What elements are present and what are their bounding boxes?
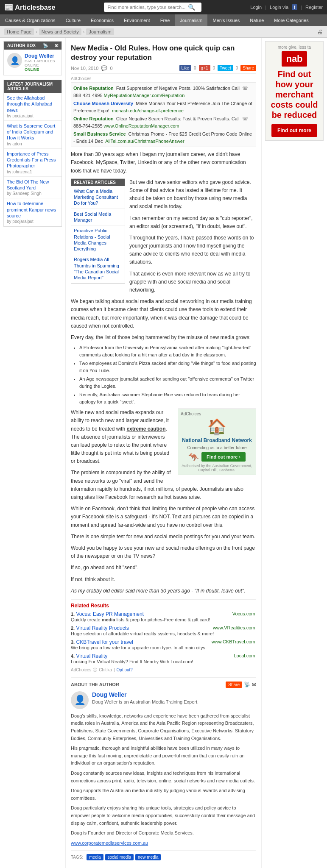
comments-count: 0 (110, 66, 112, 71)
nav-environment[interactable]: Environment (119, 14, 155, 26)
ra-link-3[interactable]: Proactive Public Relations - Social Medi… (74, 228, 122, 252)
nav-more[interactable]: More Categories (269, 14, 313, 26)
rr-link-3[interactable]: CKBTravel for your travel (76, 639, 133, 645)
like-button[interactable]: Like (179, 65, 191, 71)
search-input[interactable] (107, 5, 188, 10)
la-item-4: The Bid Of The New Scotland Yard by Sand… (4, 177, 61, 199)
tag-social-media[interactable]: social media (105, 854, 134, 860)
rr-link-4[interactable]: Virtual Reality (76, 653, 108, 659)
rss-icon-author[interactable]: 📡 (244, 682, 250, 687)
tag-media[interactable]: media (87, 854, 103, 860)
author-avatar: 👤 (7, 53, 22, 68)
login-link[interactable]: Login (250, 5, 262, 10)
envelope-icon[interactable]: ✉ (55, 43, 58, 48)
ad-2-url[interactable]: monash.edu/change-of-preference (112, 108, 184, 113)
breadcrumb-home[interactable]: Home Page (4, 28, 34, 35)
print-icon[interactable]: 🖨 (317, 28, 323, 35)
body-para13: As my crabby old editor said more than 3… (71, 587, 256, 595)
la-link-5[interactable]: How to determine prominent Kanpur news s… (7, 200, 59, 219)
la-author-3: by johnzena1 (7, 170, 59, 174)
nav-mens-issues[interactable]: Men's Issues (207, 14, 245, 26)
rr-desc-1: Quickly create media lists & prep for pi… (71, 617, 256, 622)
main-navigation: Causes & Organizations Culture Economics… (0, 14, 327, 26)
facebook-login-icon[interactable]: f (292, 4, 297, 10)
rr-item-3: 3. CKBTravel for your travel www.CKBTrav… (71, 639, 256, 650)
ad-choices-icon[interactable]: ⓘ (93, 667, 97, 673)
nbn-ad-text: AdChoices (181, 412, 253, 416)
left-sidebar: AUTHOR BOX 📡 ✉ 👤 Doug Weller HAS 1 ARTIC… (0, 38, 66, 868)
envelope-icon-author[interactable]: ✉ (252, 682, 256, 687)
tweet-button[interactable]: Tweet (218, 65, 233, 71)
gplus-button[interactable]: g+1 (199, 65, 210, 71)
latest-articles-header: LATEST JOURNALISM ARTICLES (4, 80, 61, 93)
register-link[interactable]: Register (305, 5, 323, 10)
nav-economics[interactable]: Economics (86, 14, 119, 26)
breadcrumb-news[interactable]: News and Society (39, 28, 81, 35)
breadcrumb-journalism[interactable]: Journalism (86, 28, 114, 35)
ra-link-2[interactable]: Best Social Media Manager (74, 211, 122, 223)
related-results-header: Related Results (71, 603, 256, 609)
ra-link-4[interactable]: Rogers Media All-Thumbs in Spamming "The… (74, 256, 122, 281)
author-box-header: AUTHOR BOX 📡 ✉ (4, 42, 61, 50)
author-bio: Doug's skills, knowledge, networks and e… (71, 712, 256, 847)
nbn-connecting: Connecting us to a better future (181, 445, 253, 450)
tag-new-media[interactable]: new media (135, 854, 161, 860)
nav-causes[interactable]: Causes & Organizations (0, 14, 61, 26)
chitika-label: Chitika (99, 668, 112, 672)
nav-nature[interactable]: Nature (245, 14, 269, 26)
about-author-label: ABOUT THE AUTHOR (71, 682, 119, 687)
author-articles-count: HAS 1 ARTICLES ONLINE (25, 59, 58, 67)
nbn-house-icon: 🏠 (181, 418, 253, 436)
ad-1-title[interactable]: Online Reputation (73, 86, 114, 91)
la-author-5: by poojaraiput (7, 219, 59, 224)
article-date: Nov 10, 2010 (71, 66, 98, 71)
ad-3-title[interactable]: Online Reputation (73, 116, 114, 121)
ad-4-url[interactable]: AllTel.com.au/ChristmasPhoneAnswer (105, 139, 184, 144)
rr-desc-3: We bring you a low rate for a upgrade ro… (71, 645, 256, 650)
share-button-author[interactable]: Share (226, 682, 242, 688)
latest-articles-box: LATEST JOURNALISM ARTICLES See the Allah… (3, 80, 62, 227)
ad-choices-bottom: AdChoices ⓘ Chitika | Opt out? (71, 667, 256, 673)
nbn-cta-button[interactable]: Find out more › (201, 452, 246, 462)
la-link-4[interactable]: The Bid Of The New Scotland Yard (7, 179, 59, 191)
article-list: A Professor from the University in Penns… (79, 344, 256, 405)
article-meta: Nov 10, 2010 💬 0 Like 0 g+1 0 Tweet 0 Sh… (71, 65, 256, 74)
ad-1-url[interactable]: MyReputationManager.com/Reputation (104, 93, 185, 98)
aus-gov-logo: 🦘 (188, 452, 199, 462)
ad-4-title[interactable]: Small Business Service (73, 131, 126, 136)
list-intro: Every day, the list of those being hamme… (71, 334, 256, 342)
rr-link-1[interactable]: Vocus: Easy PR Management (76, 611, 144, 617)
nav-culture[interactable]: Culture (61, 14, 86, 26)
nav-free[interactable]: Free (155, 14, 175, 26)
search-icon[interactable]: 🔍 (188, 4, 195, 11)
ad-3-url[interactable]: www.OnlineReputationManager.com (104, 123, 179, 128)
search-box[interactable]: 🔍 (104, 3, 201, 12)
author-website-link[interactable]: www.corporatemediaservices.com.au (71, 840, 148, 846)
ra-item-4: Rogers Media All-Thumbs in Spamming "The… (71, 254, 125, 283)
breadcrumb-sep1: › (36, 29, 37, 34)
list-item-2: Two employees at Domino's Pizza sacked a… (79, 360, 256, 374)
ra-link-1[interactable]: What Can a Media Marketing Consultant Do… (74, 188, 122, 206)
body-para10: Would you be happy to see your new and s… (71, 544, 256, 560)
opt-out-link[interactable]: Opt out? (117, 668, 133, 672)
article-content: New Media - Old Rules. How one quick qui… (66, 38, 261, 868)
gplus-count: 0 (213, 66, 215, 70)
la-link-1[interactable]: See the Allahabad through the Allahabad … (7, 95, 59, 113)
la-author-2: by adon (7, 142, 59, 146)
article-intro: More than 30 years ago when I began my j… (71, 150, 256, 175)
rr-link-2[interactable]: Virtual Reality Products (76, 625, 129, 631)
ad-1: Online Reputation Fast Suppression of Ne… (73, 85, 254, 99)
login-via-link[interactable]: Login via (270, 5, 288, 10)
nab-cta-button[interactable]: Find out more (271, 124, 317, 137)
nav-journalism[interactable]: Journalism (175, 14, 207, 26)
body-para9: There is one simple test for new and soc… (71, 533, 256, 541)
la-link-3[interactable]: Importance of Press Credentials For a Pr… (7, 151, 59, 169)
body-para5: We began talking about social media and … (71, 298, 256, 330)
author-profile-name[interactable]: Doug Weller (92, 691, 198, 698)
share-button[interactable]: Share (240, 65, 256, 71)
breadcrumb: Home Page › News and Society › Journalis… (0, 26, 327, 38)
rss-icon[interactable]: 📡 (43, 43, 48, 48)
author-name[interactable]: Doug Weller (25, 53, 58, 59)
la-link-2[interactable]: What is Supreme Court of India Collegium… (7, 123, 59, 141)
ad-2-title[interactable]: Choose Monash University (73, 101, 133, 106)
